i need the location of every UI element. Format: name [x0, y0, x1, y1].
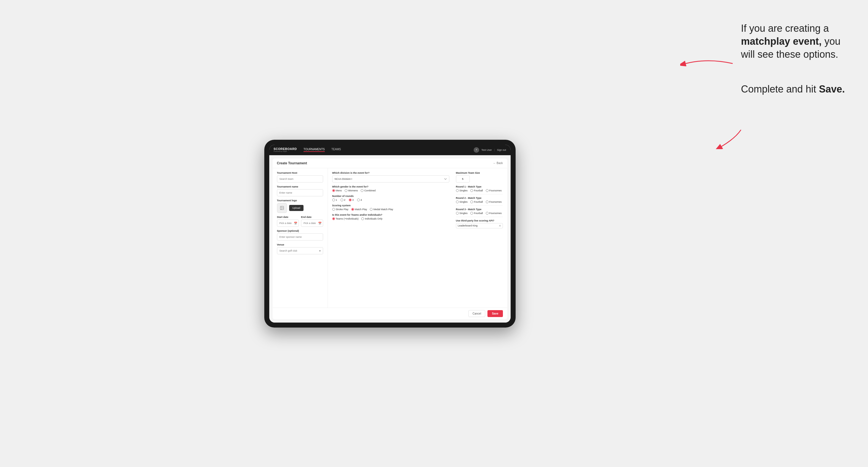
teams-individuals[interactable]: Individuals Only [361, 217, 382, 220]
max-team-label: Maximum Team Size [456, 172, 503, 174]
round2-fourball-radio[interactable] [470, 200, 473, 203]
round2-singles-radio[interactable] [456, 200, 459, 203]
tournament-logo-group: Tournament logo Upload [277, 199, 323, 213]
round1-singles[interactable]: Singles [456, 189, 468, 192]
tournament-host-input[interactable] [277, 175, 323, 183]
round2-foursomes[interactable]: Foursomes [486, 200, 502, 203]
venue-group: Venue ▼ [277, 243, 323, 254]
gender-group: Which gender is the event for? Mens Wome… [332, 185, 449, 192]
api-tag-value: Leaderboard King [458, 224, 478, 227]
user-avatar: T [474, 147, 479, 153]
tournament-name-input[interactable] [277, 189, 323, 196]
navbar-nav: TOURNAMENTS TEAMS [304, 148, 341, 152]
round-4-radio[interactable] [357, 198, 360, 201]
tournament-host-label: Tournament Host [277, 172, 323, 174]
api-label: Use third-party live scoring API? [456, 219, 503, 222]
round1-foursomes[interactable]: Foursomes [486, 189, 502, 192]
save-button[interactable]: Save [488, 310, 503, 317]
scoring-stroke-radio[interactable] [332, 208, 335, 211]
round3-singles[interactable]: Singles [456, 212, 468, 215]
tournament-host-group: Tournament Host [277, 172, 323, 183]
panel-header: Create Tournament ← Back [273, 158, 507, 168]
sign-out-link[interactable]: Sign out [497, 149, 506, 151]
user-name: Test User [482, 149, 492, 151]
teams-teams[interactable]: Teams (+Individuals) [332, 217, 359, 220]
tournament-name-label: Tournament name [277, 185, 323, 188]
upload-button[interactable]: Upload [289, 205, 304, 211]
nav-teams[interactable]: TEAMS [332, 148, 341, 152]
round-1-radio[interactable] [332, 198, 335, 201]
logo-placeholder [277, 203, 287, 213]
date-row: Start date 📅 End date [277, 216, 323, 227]
venue-label: Venue [277, 243, 323, 246]
round1-foursomes-radio[interactable] [486, 189, 489, 192]
round3-match-type-section: Round 3 - Match Type Singles Fourball Fo… [456, 208, 503, 217]
round3-fourball-radio[interactable] [470, 212, 473, 215]
division-group: Which division is the event for? NCAA Di… [332, 172, 449, 183]
round-4[interactable]: 4 [357, 198, 362, 201]
gender-womens-radio[interactable] [345, 189, 347, 192]
round3-foursomes-radio[interactable] [486, 212, 489, 215]
scoring-medal-radio[interactable] [370, 208, 373, 211]
division-select[interactable]: NCAA Division I [332, 175, 449, 183]
end-date-wrap: 📅 [301, 220, 323, 227]
max-team-input[interactable] [456, 175, 470, 183]
right-col-1: Which division is the event for? NCAA Di… [332, 172, 449, 228]
venue-input[interactable] [277, 247, 323, 254]
round1-singles-radio[interactable] [456, 189, 459, 192]
round2-foursomes-radio[interactable] [486, 200, 489, 203]
scoring-match-radio[interactable] [351, 208, 354, 211]
round-3-radio[interactable] [349, 198, 351, 201]
right-top: Which division is the event for? NCAA Di… [332, 172, 503, 228]
tablet-frame: SCOREBOARD Powered by clippit TOURNAMENT… [264, 140, 516, 328]
gender-mens[interactable]: Mens [332, 189, 342, 192]
annotation-arrow-1 [680, 55, 736, 72]
gender-womens[interactable]: Womens [345, 189, 358, 192]
tournament-name-group: Tournament name [277, 185, 323, 196]
form-left: Tournament Host Tournament name Tourname… [273, 168, 328, 308]
gender-combined-radio[interactable] [361, 189, 364, 192]
back-button[interactable]: ← Back [493, 161, 503, 165]
round1-fourball-radio[interactable] [470, 189, 473, 192]
scoring-radio-group: Stroke Play Match Play Medal Match Play [332, 208, 449, 211]
annotations: If you are creating a matchplay event, y… [741, 22, 857, 118]
start-date-wrap: 📅 [277, 220, 299, 227]
round-1[interactable]: 1 [332, 198, 337, 201]
scoring-medal[interactable]: Medal Match Play [370, 208, 393, 211]
gender-combined[interactable]: Combined [361, 189, 376, 192]
round-2-radio[interactable] [341, 198, 343, 201]
annotation-text-1: If you are creating a matchplay event, y… [741, 22, 857, 61]
start-date-label: Start date [277, 216, 299, 218]
dates-group: Start date 📅 End date [277, 216, 323, 227]
create-tournament-panel: Create Tournament ← Back Tournament Host… [273, 158, 507, 319]
round1-fourball[interactable]: Fourball [470, 189, 483, 192]
max-team-group: Maximum Team Size [456, 172, 503, 183]
round-2[interactable]: 2 [341, 198, 345, 201]
scoring-stroke[interactable]: Stroke Play [332, 208, 348, 211]
round2-fourball[interactable]: Fourball [470, 200, 483, 203]
division-label: Which division is the event for? [332, 172, 449, 174]
cancel-button[interactable]: Cancel [468, 310, 485, 317]
round2-match-type-label: Round 2 - Match Type [456, 197, 503, 199]
teams-radio[interactable] [332, 217, 335, 220]
logo-section: Upload [277, 203, 323, 213]
individuals-radio[interactable] [361, 217, 364, 220]
powered-by-text: Powered by clippit [274, 151, 297, 152]
round-3[interactable]: 3 [349, 198, 354, 201]
scoring-match[interactable]: Match Play [351, 208, 367, 211]
round3-fourball[interactable]: Fourball [470, 212, 483, 215]
gender-radio-group: Mens Womens Combined [332, 189, 449, 192]
round2-singles[interactable]: Singles [456, 200, 468, 203]
sponsor-input[interactable] [277, 234, 323, 241]
nav-tournaments[interactable]: TOURNAMENTS [304, 148, 325, 152]
round3-foursomes[interactable]: Foursomes [486, 212, 502, 215]
tablet-screen: SCOREBOARD Powered by clippit TOURNAMENT… [269, 145, 510, 322]
gender-label: Which gender is the event for? [332, 185, 449, 188]
navbar-right: T Test User | Sign out [474, 147, 506, 153]
round3-radio-group: Singles Fourball Foursomes [456, 212, 503, 215]
round3-singles-radio[interactable] [456, 212, 459, 215]
teams-label: Is this event for Teams and/or Individua… [332, 214, 449, 216]
gender-mens-radio[interactable] [332, 189, 335, 192]
api-remove-button[interactable]: ✕ [499, 224, 501, 227]
form-right: Which division is the event for? NCAA Di… [328, 168, 507, 308]
